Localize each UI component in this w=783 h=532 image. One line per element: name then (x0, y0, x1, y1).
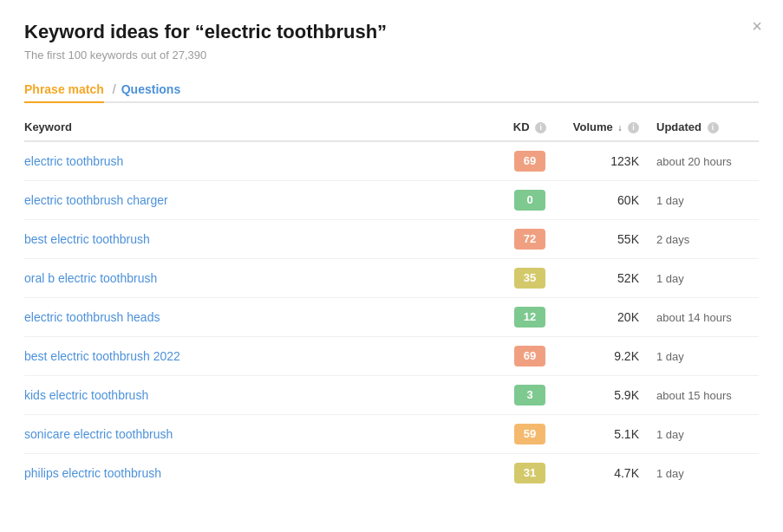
keyword-cell[interactable]: electric toothbrush charger (24, 181, 499, 220)
table-row: electric toothbrush69123Kabout 20 hours (24, 141, 759, 181)
volume-cell: 4.7K (568, 454, 646, 493)
updated-cell: about 14 hours (646, 298, 759, 337)
kd-cell: 35 (499, 259, 568, 298)
kd-badge: 72 (514, 229, 545, 250)
updated-cell: 1 day (646, 454, 759, 493)
page-title: Keyword ideas for “electric toothbrush” (24, 21, 759, 43)
updated-cell: about 20 hours (646, 141, 759, 181)
volume-cell: 123K (568, 141, 646, 181)
kd-info-icon[interactable]: i (535, 122, 546, 133)
table-row: sonicare electric toothbrush595.1K1 day (24, 415, 759, 454)
kd-badge: 69 (514, 151, 545, 172)
kd-badge: 59 (514, 424, 545, 444)
table-row: electric toothbrush heads1220Kabout 14 h… (24, 298, 759, 337)
kd-badge: 69 (514, 346, 545, 367)
col-header-updated: Updated i (646, 114, 759, 141)
kd-cell: 69 (499, 141, 568, 181)
volume-cell: 9.2K (568, 337, 646, 376)
tab-questions[interactable]: Questions (121, 77, 180, 101)
table-header-row: Keyword KD i Volume ↓ i Updated i (24, 114, 759, 141)
kd-badge: 3 (514, 385, 545, 405)
updated-cell: 2 days (646, 220, 759, 259)
col-header-keyword: Keyword (24, 114, 499, 141)
kd-badge: 31 (514, 463, 545, 483)
tab-phrase-match[interactable]: Phrase match (24, 77, 104, 103)
table-row: philips electric toothbrush314.7K1 day (24, 454, 759, 493)
volume-cell: 60K (568, 181, 646, 220)
keywords-table: Keyword KD i Volume ↓ i Updated i electr… (24, 114, 759, 492)
kd-badge: 35 (514, 268, 545, 289)
keyword-cell[interactable]: best electric toothbrush 2022 (24, 337, 499, 376)
keyword-cell[interactable]: best electric toothbrush (24, 220, 499, 259)
kd-badge: 12 (514, 307, 545, 328)
volume-cell: 52K (568, 259, 646, 298)
updated-cell: 1 day (646, 337, 759, 376)
keyword-cell[interactable]: electric toothbrush (24, 141, 499, 181)
kd-cell: 72 (499, 220, 568, 259)
updated-cell: about 15 hours (646, 376, 759, 415)
volume-cell: 5.1K (568, 415, 646, 454)
keyword-cell[interactable]: sonicare electric toothbrush (24, 415, 499, 454)
volume-cell: 55K (568, 220, 646, 259)
page-subtitle: The first 100 keywords out of 27,390 (24, 49, 759, 62)
table-row: kids electric toothbrush35.9Kabout 15 ho… (24, 376, 759, 415)
kd-cell: 0 (499, 181, 568, 220)
updated-cell: 1 day (646, 259, 759, 298)
col-header-kd: KD i (499, 114, 568, 141)
volume-sort-icon[interactable]: ↓ (617, 123, 622, 133)
updated-cell: 1 day (646, 181, 759, 220)
col-header-volume: Volume ↓ i (568, 114, 646, 141)
keyword-cell[interactable]: oral b electric toothbrush (24, 259, 499, 298)
table-row: best electric toothbrush 2022699.2K1 day (24, 337, 759, 376)
tab-bar: Phrase match / Questions (24, 77, 759, 103)
table-row: best electric toothbrush7255K2 days (24, 220, 759, 259)
keyword-cell[interactable]: electric toothbrush heads (24, 298, 499, 337)
updated-info-icon[interactable]: i (708, 122, 719, 133)
table-row: oral b electric toothbrush3552K1 day (24, 259, 759, 298)
updated-cell: 1 day (646, 415, 759, 454)
volume-cell: 20K (568, 298, 646, 337)
keyword-cell[interactable]: philips electric toothbrush (24, 454, 499, 493)
kd-cell: 3 (499, 376, 568, 415)
volume-info-icon[interactable]: i (628, 122, 639, 133)
volume-cell: 5.9K (568, 376, 646, 415)
kd-cell: 31 (499, 454, 568, 493)
table-row: electric toothbrush charger060K1 day (24, 181, 759, 220)
tab-separator: / (113, 82, 116, 96)
kd-cell: 59 (499, 415, 568, 454)
kd-cell: 12 (499, 298, 568, 337)
kd-cell: 69 (499, 337, 568, 376)
close-button[interactable]: × (752, 17, 762, 35)
keyword-cell[interactable]: kids electric toothbrush (24, 376, 499, 415)
kd-badge: 0 (514, 190, 545, 211)
